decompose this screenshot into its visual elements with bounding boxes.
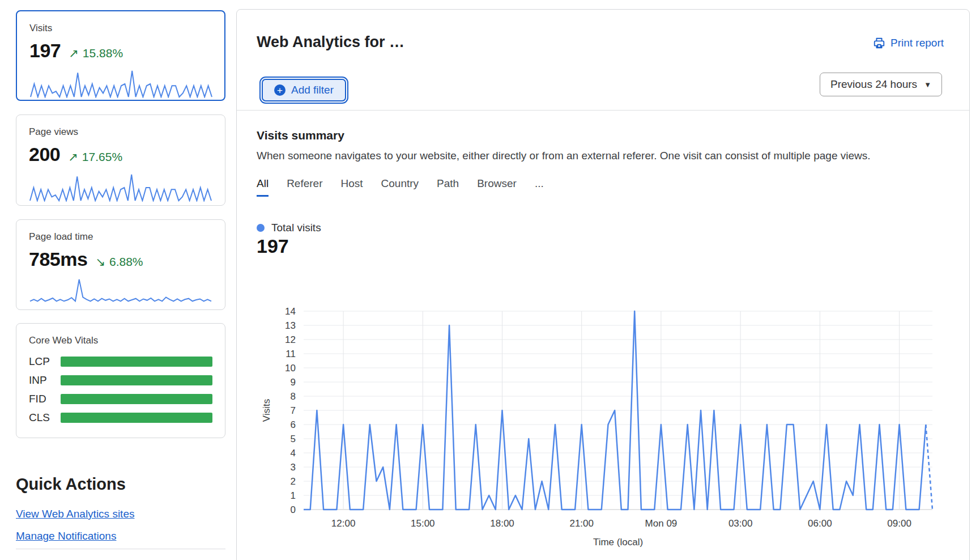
svg-text:0: 0 bbox=[291, 504, 296, 515]
vital-bar-green bbox=[61, 413, 212, 423]
tab-referer[interactable]: Referer bbox=[287, 177, 322, 197]
svg-text:12: 12 bbox=[285, 334, 296, 345]
quick-actions-title: Quick Actions bbox=[16, 475, 126, 494]
dimension-tabs: AllRefererHostCountryPathBrowser... bbox=[257, 177, 544, 197]
page-load-time-card-title: Page load time bbox=[29, 231, 212, 243]
svg-text:9: 9 bbox=[291, 377, 296, 388]
svg-text:Visits: Visits bbox=[261, 399, 272, 422]
vital-row-fid: FID bbox=[29, 393, 212, 405]
page-load-time-value: 785ms bbox=[29, 248, 87, 270]
page-load-time-delta: ↘ 6.88% bbox=[95, 255, 143, 269]
svg-text:14: 14 bbox=[285, 306, 296, 317]
add-filter-button[interactable]: + Add filter bbox=[262, 79, 346, 101]
visits-sparkline bbox=[29, 69, 213, 98]
trend-down-icon: ↘ bbox=[95, 255, 105, 269]
svg-text:6: 6 bbox=[291, 419, 296, 430]
svg-text:5: 5 bbox=[291, 434, 296, 444]
core-web-vitals-rows: LCPINPFIDCLS bbox=[29, 355, 212, 424]
plus-circle-icon: + bbox=[274, 84, 286, 96]
page-title: Web Analytics for … bbox=[257, 33, 404, 51]
print-report-link[interactable]: Print report bbox=[873, 37, 944, 49]
vital-row-lcp: LCP bbox=[29, 355, 212, 368]
svg-text:13: 13 bbox=[285, 320, 296, 331]
svg-text:09:00: 09:00 bbox=[887, 518, 911, 529]
trend-up-icon: ↗ bbox=[69, 46, 79, 60]
vital-label: LCP bbox=[29, 355, 61, 368]
tab-moremoremore[interactable]: ... bbox=[535, 177, 544, 197]
visits-value: 197 bbox=[29, 40, 61, 62]
tab-host[interactable]: Host bbox=[340, 177, 363, 197]
vital-label: INP bbox=[29, 374, 61, 387]
vital-row-inp: INP bbox=[29, 374, 212, 387]
visits-card[interactable]: Visits 197 ↗ 15.88% bbox=[16, 10, 225, 101]
header-divider bbox=[237, 110, 969, 111]
page-views-card[interactable]: Page views 200 ↗ 17.65% bbox=[16, 114, 225, 206]
tab-browser[interactable]: Browser bbox=[477, 177, 517, 197]
svg-text:15:00: 15:00 bbox=[411, 518, 435, 529]
svg-text:03:00: 03:00 bbox=[728, 518, 753, 529]
svg-text:06:00: 06:00 bbox=[808, 518, 832, 529]
svg-text:12:00: 12:00 bbox=[331, 518, 356, 529]
svg-text:3: 3 bbox=[291, 462, 296, 473]
svg-text:10: 10 bbox=[285, 363, 296, 374]
visits-summary-description: When someone navigates to your website, … bbox=[257, 150, 871, 162]
page-views-value: 200 bbox=[29, 143, 60, 166]
core-web-vitals-title: Core Web Vitals bbox=[29, 335, 212, 346]
svg-text:8: 8 bbox=[291, 391, 296, 402]
manage-notifications-link[interactable]: Manage Notifications bbox=[16, 530, 116, 542]
total-visits-value: 197 bbox=[257, 235, 289, 257]
printer-icon bbox=[873, 37, 885, 49]
svg-text:Time (local): Time (local) bbox=[593, 537, 643, 548]
page-load-time-card[interactable]: Page load time 785ms ↘ 6.88% bbox=[16, 219, 225, 310]
vital-bar-green bbox=[61, 375, 212, 385]
vital-label: CLS bbox=[29, 411, 61, 424]
legend-label: Total visits bbox=[271, 222, 321, 234]
vital-bar-green bbox=[61, 357, 212, 367]
svg-text:Mon 09: Mon 09 bbox=[645, 518, 678, 529]
svg-text:18:00: 18:00 bbox=[490, 518, 514, 529]
page-load-sparkline bbox=[29, 277, 212, 307]
svg-text:1: 1 bbox=[291, 490, 296, 501]
vital-bar-green bbox=[61, 394, 212, 404]
main-panel: Web Analytics for … Print report + Add f… bbox=[236, 9, 970, 560]
time-range-dropdown[interactable]: Previous 24 hours ▼ bbox=[820, 73, 942, 96]
visits-line-chart: 0123456789101112131412:0015:0018:0021:00… bbox=[237, 301, 970, 560]
chevron-down-icon: ▼ bbox=[924, 80, 931, 89]
svg-text:4: 4 bbox=[291, 448, 296, 459]
vital-label: FID bbox=[29, 393, 61, 405]
chart-legend: Total visits bbox=[257, 222, 321, 234]
sidebar-divider bbox=[16, 549, 225, 549]
visits-delta: ↗ 15.88% bbox=[69, 46, 123, 60]
svg-text:11: 11 bbox=[286, 349, 296, 359]
legend-dot-icon bbox=[257, 224, 265, 232]
page-views-card-title: Page views bbox=[29, 126, 212, 138]
page-views-sparkline bbox=[29, 172, 212, 202]
svg-text:2: 2 bbox=[291, 476, 296, 487]
visits-summary-title: Visits summary bbox=[257, 129, 344, 142]
tab-path[interactable]: Path bbox=[437, 177, 459, 197]
view-web-analytics-sites-link[interactable]: View Web Analytics sites bbox=[16, 508, 134, 520]
tab-country[interactable]: Country bbox=[381, 177, 419, 197]
svg-text:21:00: 21:00 bbox=[569, 518, 594, 529]
vital-row-cls: CLS bbox=[29, 411, 212, 424]
trend-up-icon: ↗ bbox=[68, 150, 78, 164]
page-views-delta: ↗ 17.65% bbox=[68, 150, 122, 164]
svg-text:7: 7 bbox=[291, 405, 296, 416]
core-web-vitals-card[interactable]: Core Web Vitals LCPINPFIDCLS bbox=[16, 323, 225, 438]
visits-card-title: Visits bbox=[29, 23, 212, 34]
tab-all[interactable]: All bbox=[257, 177, 269, 197]
